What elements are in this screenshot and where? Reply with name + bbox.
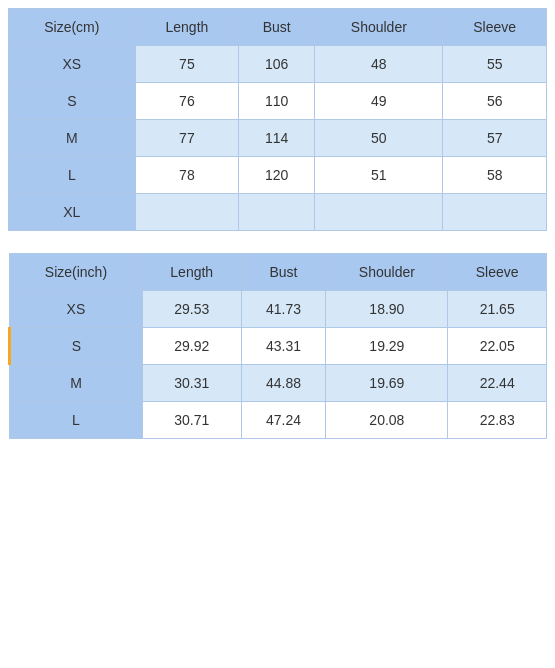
size-value: 50	[315, 120, 443, 157]
cm-size-table: Size(cm) Length Bust Shoulder Sleeve XS7…	[8, 8, 547, 231]
size-value: 58	[443, 157, 547, 194]
size-value	[315, 194, 443, 231]
size-value: 30.71	[142, 402, 241, 439]
size-value: 29.53	[142, 291, 241, 328]
inch-col-size: Size(inch)	[10, 254, 143, 291]
cm-col-size: Size(cm)	[9, 9, 136, 46]
inch-header-row: Size(inch) Length Bust Shoulder Sleeve	[10, 254, 547, 291]
cm-col-sleeve: Sleeve	[443, 9, 547, 46]
size-value: 22.44	[448, 365, 547, 402]
size-value: 30.31	[142, 365, 241, 402]
inch-col-length: Length	[142, 254, 241, 291]
size-label: S	[10, 328, 143, 365]
inch-col-shoulder: Shoulder	[326, 254, 448, 291]
size-value: 22.83	[448, 402, 547, 439]
size-label: S	[9, 83, 136, 120]
inch-col-sleeve: Sleeve	[448, 254, 547, 291]
size-value: 21.65	[448, 291, 547, 328]
table-row: XS29.5341.7318.9021.65	[10, 291, 547, 328]
table-row: M771145057	[9, 120, 547, 157]
table-row: S29.9243.3119.2922.05	[10, 328, 547, 365]
size-value: 44.88	[241, 365, 326, 402]
size-value	[135, 194, 239, 231]
table-row: XL	[9, 194, 547, 231]
size-value: 56	[443, 83, 547, 120]
table-row: L30.7147.2420.0822.83	[10, 402, 547, 439]
cm-col-bust: Bust	[239, 9, 315, 46]
table-row: L781205158	[9, 157, 547, 194]
size-value: 22.05	[448, 328, 547, 365]
cm-header-row: Size(cm) Length Bust Shoulder Sleeve	[9, 9, 547, 46]
inch-size-table: Size(inch) Length Bust Shoulder Sleeve X…	[8, 253, 547, 439]
size-label: XL	[9, 194, 136, 231]
cm-col-shoulder: Shoulder	[315, 9, 443, 46]
table-row: XS751064855	[9, 46, 547, 83]
size-value: 120	[239, 157, 315, 194]
size-value: 57	[443, 120, 547, 157]
size-label: XS	[10, 291, 143, 328]
size-value: 20.08	[326, 402, 448, 439]
size-value: 51	[315, 157, 443, 194]
size-value: 78	[135, 157, 239, 194]
size-value: 47.24	[241, 402, 326, 439]
size-value: 114	[239, 120, 315, 157]
inch-col-bust: Bust	[241, 254, 326, 291]
size-value: 110	[239, 83, 315, 120]
size-label: L	[9, 157, 136, 194]
table-row: S761104956	[9, 83, 547, 120]
size-label: XS	[9, 46, 136, 83]
size-value: 55	[443, 46, 547, 83]
size-value: 77	[135, 120, 239, 157]
size-value: 19.29	[326, 328, 448, 365]
cm-col-length: Length	[135, 9, 239, 46]
table-row: M30.3144.8819.6922.44	[10, 365, 547, 402]
size-value: 76	[135, 83, 239, 120]
size-tables: Size(cm) Length Bust Shoulder Sleeve XS7…	[8, 8, 547, 439]
size-value: 29.92	[142, 328, 241, 365]
size-label: L	[10, 402, 143, 439]
size-value: 106	[239, 46, 315, 83]
size-value	[239, 194, 315, 231]
size-value: 75	[135, 46, 239, 83]
size-value: 48	[315, 46, 443, 83]
size-value: 19.69	[326, 365, 448, 402]
size-label: M	[10, 365, 143, 402]
size-value: 43.31	[241, 328, 326, 365]
size-value	[443, 194, 547, 231]
size-value: 49	[315, 83, 443, 120]
size-label: M	[9, 120, 136, 157]
size-value: 18.90	[326, 291, 448, 328]
size-value: 41.73	[241, 291, 326, 328]
